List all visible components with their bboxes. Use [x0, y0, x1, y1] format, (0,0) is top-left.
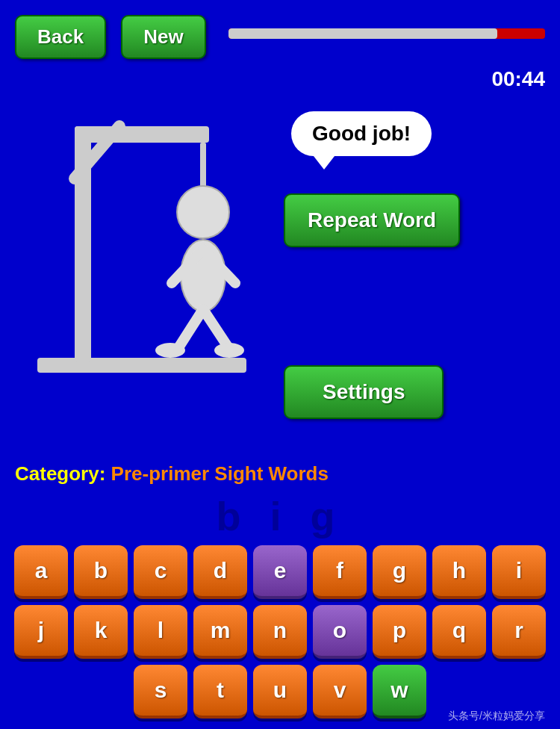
key-e[interactable]: e — [253, 545, 307, 599]
progress-bar — [228, 28, 545, 39]
key-b[interactable]: b — [74, 545, 128, 599]
key-m[interactable]: m — [193, 605, 247, 659]
key-a[interactable]: a — [14, 545, 68, 599]
settings-button[interactable]: Settings — [284, 365, 444, 419]
svg-line-10 — [203, 309, 228, 347]
header: Back New — [0, 0, 560, 59]
key-w[interactable]: w — [373, 665, 426, 719]
key-t[interactable]: t — [193, 665, 247, 719]
repeat-word-button[interactable]: Repeat Word — [284, 193, 460, 247]
game-area: Good job! Repeat Word Settings — [0, 66, 560, 455]
category-area: Category: Pre-primer Sight Words — [0, 455, 560, 489]
key-l[interactable]: l — [134, 605, 187, 659]
key-q[interactable]: q — [432, 605, 486, 659]
category-value: Pre-primer Sight Words — [111, 462, 329, 485]
key-p[interactable]: p — [373, 605, 426, 659]
key-v[interactable]: v — [313, 665, 367, 719]
svg-point-5 — [177, 186, 229, 238]
key-d[interactable]: d — [193, 545, 247, 599]
key-h[interactable]: h — [432, 545, 486, 599]
back-button[interactable]: Back — [15, 15, 106, 59]
keyboard: a b c d e f g h i j k l m n o p q r s t … — [0, 545, 560, 719]
svg-point-12 — [214, 343, 244, 358]
category-label: Category: — [15, 462, 105, 485]
svg-rect-4 — [200, 143, 206, 187]
key-u[interactable]: u — [253, 665, 307, 719]
key-c[interactable]: c — [134, 545, 187, 599]
key-f[interactable]: f — [313, 545, 367, 599]
svg-rect-0 — [37, 358, 246, 373]
key-j[interactable]: j — [14, 605, 68, 659]
svg-line-9 — [179, 309, 203, 347]
settings-area: Settings — [284, 365, 444, 419]
keyboard-row-2: j k l m n o p q r — [9, 605, 551, 659]
repeat-word-area: Repeat Word — [284, 193, 460, 247]
key-o[interactable]: o — [313, 605, 367, 659]
key-s[interactable]: s — [134, 665, 187, 719]
key-n[interactable]: n — [253, 605, 307, 659]
svg-rect-2 — [75, 126, 209, 143]
key-i[interactable]: i — [492, 545, 546, 599]
keyboard-row-1: a b c d e f g h i — [9, 545, 551, 599]
progress-bar-fill — [228, 28, 498, 39]
svg-point-11 — [155, 343, 185, 358]
hangman-figure — [15, 81, 299, 395]
key-k[interactable]: k — [74, 605, 128, 659]
new-button[interactable]: New — [121, 15, 205, 59]
word-display: b i g — [0, 489, 560, 545]
speech-bubble: Good job! — [291, 111, 432, 156]
key-g[interactable]: g — [373, 545, 426, 599]
key-r[interactable]: r — [492, 605, 546, 659]
watermark: 头条号/米粒妈爱分享 — [448, 710, 545, 723]
